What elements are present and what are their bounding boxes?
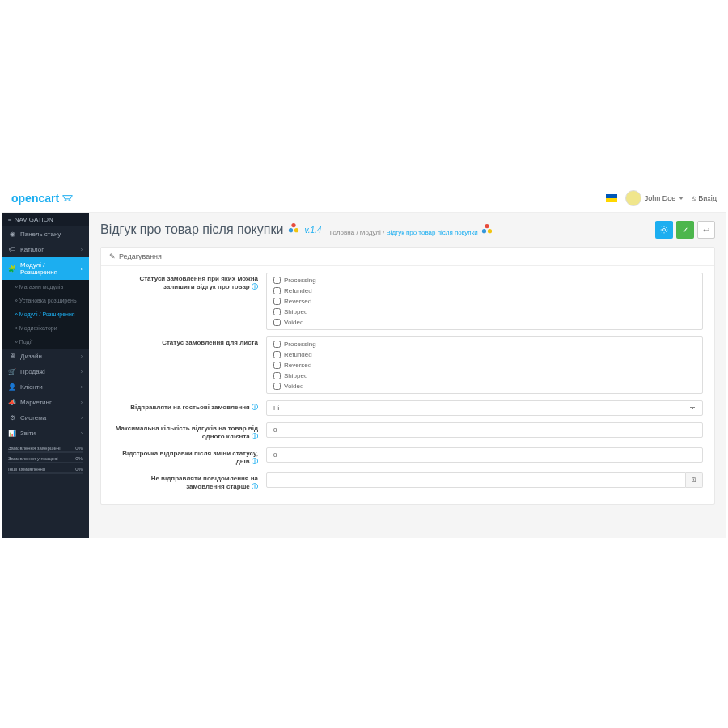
caret-down-icon bbox=[679, 197, 684, 200]
stats-block: Замовлення завершені0%Замовлення у проце… bbox=[2, 441, 89, 482]
max-reviews-input[interactable] bbox=[266, 422, 703, 438]
page-title: Відгук про товар після покупки bbox=[100, 222, 283, 237]
user-menu[interactable]: John Doe bbox=[625, 190, 684, 206]
status-option[interactable]: Shipped bbox=[267, 307, 702, 317]
settings-button[interactable] bbox=[655, 221, 673, 239]
logout-icon: ⎋ bbox=[692, 194, 696, 202]
svg-point-4 bbox=[482, 229, 486, 233]
svg-point-5 bbox=[488, 229, 492, 233]
back-button[interactable]: ↩ bbox=[697, 221, 715, 239]
panel-body: Статуси замовлення при яких можна залиши… bbox=[101, 266, 714, 504]
subnav-2[interactable]: » Модулі / Розширення bbox=[2, 307, 89, 321]
status-option[interactable]: Processing bbox=[267, 275, 702, 286]
app-window: opencart John Doe ⎋ Вихід ≡NAVIGATION ◉П… bbox=[2, 184, 726, 538]
logo[interactable]: opencart bbox=[11, 192, 78, 205]
nav-2[interactable]: 🧩Модулі / Розширення› bbox=[2, 257, 89, 280]
subnav-4[interactable]: » Події bbox=[2, 335, 89, 349]
subnav-0[interactable]: » Магазин модулів bbox=[2, 280, 89, 294]
panel: ✎Редагування Статуси замовлення при яких… bbox=[100, 247, 715, 505]
topbar: opencart John Doe ⎋ Вихід bbox=[2, 184, 726, 213]
info-icon[interactable]: ⓘ bbox=[252, 483, 258, 490]
label-mail-status: Статус замовлення для листа bbox=[162, 339, 258, 346]
status-option[interactable]: Reversed bbox=[267, 296, 702, 307]
label-older-than: Не відправляти повідомлення на замовленн… bbox=[151, 475, 258, 490]
nav-1[interactable]: 🏷Каталог› bbox=[2, 242, 89, 257]
label-review-statuses: Статуси замовлення при яких можна залиши… bbox=[139, 275, 258, 290]
nav-7[interactable]: ⚙Система› bbox=[2, 410, 89, 425]
content: Відгук про товар після покупки v.1.4 Гол… bbox=[89, 213, 726, 538]
flag-ua-icon[interactable] bbox=[606, 194, 617, 202]
header-right: John Doe ⎋ Вихід bbox=[606, 190, 717, 206]
label-max-reviews: Максимальна кількість відгуків на товар … bbox=[116, 425, 258, 440]
pencil-icon: ✎ bbox=[109, 252, 116, 260]
nav-3[interactable]: 🖥Дизайн› bbox=[2, 349, 89, 364]
sidebar: ≡NAVIGATION ◉Панель стану🏷Каталог›🧩Модул… bbox=[2, 213, 89, 538]
nav-8[interactable]: 📊Звіти› bbox=[2, 425, 89, 441]
status-option[interactable]: Refunded bbox=[267, 349, 702, 360]
status-option[interactable]: Shipped bbox=[267, 370, 702, 381]
subnav-1[interactable]: » Установка розширень bbox=[2, 294, 89, 307]
calendar-icon[interactable]: 🗓 bbox=[686, 472, 703, 488]
breadcrumb: Головна / Модулі / Відгук про товар післ… bbox=[326, 223, 493, 236]
save-button[interactable]: ✓ bbox=[676, 221, 694, 239]
status-option[interactable]: Voided bbox=[267, 317, 702, 328]
label-guest: Відправляти на гостьові замовлення bbox=[130, 404, 250, 411]
page-header: Відгук про товар після покупки v.1.4 Гол… bbox=[100, 221, 715, 239]
info-icon[interactable]: ⓘ bbox=[252, 433, 258, 440]
nav-5[interactable]: 👤Клієнти› bbox=[2, 379, 89, 395]
svg-point-1 bbox=[289, 228, 293, 232]
svg-point-2 bbox=[294, 228, 298, 232]
cart-icon bbox=[61, 193, 78, 203]
page-actions: ✓ ↩ bbox=[655, 221, 715, 239]
svg-point-3 bbox=[485, 224, 489, 228]
review-statuses-list[interactable]: ProcessingRefundedReversedShippedVoided bbox=[266, 273, 703, 330]
menu-icon: ≡ bbox=[8, 216, 12, 223]
status-option[interactable]: Voided bbox=[267, 381, 702, 392]
module-icon bbox=[288, 222, 299, 237]
svg-point-6 bbox=[662, 228, 665, 231]
status-option[interactable]: Refunded bbox=[267, 286, 702, 296]
nav-0[interactable]: ◉Панель стану bbox=[2, 226, 89, 242]
nav-header[interactable]: ≡NAVIGATION bbox=[2, 213, 89, 226]
label-delay: Відстрочка відправки після зміни статусу… bbox=[122, 450, 258, 465]
info-icon[interactable]: ⓘ bbox=[252, 458, 258, 465]
panel-header: ✎Редагування bbox=[101, 248, 714, 266]
nav-4[interactable]: 🛒Продажі› bbox=[2, 364, 89, 379]
guest-select[interactable]: Ні bbox=[266, 400, 703, 416]
status-option[interactable]: Processing bbox=[267, 339, 702, 349]
info-icon[interactable]: ⓘ bbox=[252, 404, 258, 411]
gear-icon bbox=[660, 226, 668, 234]
svg-point-0 bbox=[292, 223, 296, 227]
avatar bbox=[625, 190, 641, 206]
mail-status-list[interactable]: ProcessingRefundedReversedShippedVoided bbox=[266, 336, 703, 394]
delay-input[interactable] bbox=[266, 447, 703, 463]
subnav-3[interactable]: » Модифікатори bbox=[2, 321, 89, 335]
status-option[interactable]: Reversed bbox=[267, 360, 702, 370]
info-icon[interactable]: ⓘ bbox=[252, 283, 258, 290]
date-input[interactable] bbox=[266, 472, 686, 488]
module-icon bbox=[481, 223, 493, 236]
logout-button[interactable]: ⎋ Вихід bbox=[692, 194, 717, 202]
version: v.1.4 bbox=[304, 226, 321, 235]
user-name: John Doe bbox=[645, 194, 676, 202]
nav-6[interactable]: 📣Маркетинг› bbox=[2, 395, 89, 410]
